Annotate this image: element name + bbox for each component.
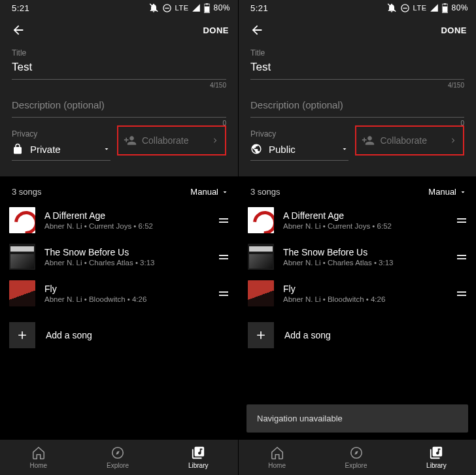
back-button[interactable] [9, 21, 27, 39]
globe-icon [250, 143, 262, 155]
svg-rect-9 [444, 3, 447, 5]
dnd-icon [148, 3, 159, 13]
nav-home-label: Home [268, 462, 286, 469]
network-label: LTE [413, 4, 427, 12]
song-title: The Snow Before Us [44, 247, 207, 259]
song-row[interactable]: The Snow Before Us Abner N. Li • Charles… [239, 238, 476, 275]
song-row[interactable]: Fly Abner N. Li • Bloodwitch • 4:26 [239, 275, 476, 312]
person-add-icon [362, 134, 375, 147]
collaborate-button[interactable]: Collaborate [355, 125, 464, 156]
add-song-button[interactable] [248, 322, 274, 348]
sort-label: Manual [428, 187, 456, 197]
drag-handle-icon[interactable] [454, 212, 469, 228]
compass-icon [110, 446, 125, 460]
add-song-label: Add a song [46, 330, 92, 340]
nav-home-label: Home [29, 462, 47, 469]
caret-down-icon [103, 145, 110, 153]
lock-icon [12, 143, 24, 155]
drag-handle-icon[interactable] [216, 212, 231, 228]
data-saver-icon [400, 3, 410, 13]
status-icons: LTE 80% [386, 3, 468, 13]
album-art [248, 207, 274, 233]
done-button[interactable]: DONE [203, 25, 229, 35]
battery-icon [442, 3, 448, 13]
song-title: Fly [283, 284, 445, 295]
bottom-nav: Home Explore Library [239, 439, 476, 475]
title-label: Title [250, 48, 464, 57]
plus-icon [16, 329, 29, 342]
sort-label: Manual [190, 187, 218, 197]
song-row[interactable]: Fly Abner N. Li • Bloodwitch • 4:26 [0, 275, 238, 312]
network-label: LTE [175, 4, 189, 12]
song-subtitle: Abner N. Li • Charles Atlas • 3:13 [44, 259, 207, 267]
song-subtitle: Abner N. Li • Current Joys • 6:52 [44, 222, 207, 230]
song-title: Fly [44, 284, 207, 295]
add-song-row[interactable]: Add a song [239, 312, 476, 353]
sort-button[interactable]: Manual [190, 187, 229, 197]
song-title: The Snow Before Us [283, 247, 445, 259]
drag-handle-icon[interactable] [454, 249, 469, 265]
nav-home[interactable]: Home [268, 446, 286, 469]
data-saver-icon [162, 3, 172, 13]
screen-right: 5:21 LTE 80% DONE Title Test 4/150 Descr… [238, 0, 476, 475]
album-art [248, 244, 274, 270]
back-button[interactable] [248, 21, 266, 39]
nav-explore-label: Explore [345, 462, 367, 469]
privacy-select[interactable]: Public [250, 140, 348, 161]
privacy-label: Privacy [250, 129, 348, 139]
add-song-row[interactable]: Add a song [0, 312, 238, 353]
collaborate-label: Collaborate [380, 135, 427, 146]
description-input[interactable]: Description (optional) [12, 95, 226, 118]
songs-section: 3 songs Manual A Different Age Abner N. … [239, 176, 476, 439]
drag-handle-icon[interactable] [216, 286, 231, 301]
privacy-value: Private [30, 144, 96, 155]
title-counter: 4/150 [250, 82, 464, 89]
arrow-left-icon [11, 23, 26, 37]
album-art [9, 280, 35, 306]
battery-label: 80% [213, 3, 230, 12]
album-art [9, 244, 35, 270]
dnd-icon [386, 3, 397, 13]
drag-handle-icon[interactable] [216, 249, 231, 265]
collaborate-button[interactable]: Collaborate [117, 125, 226, 156]
person-add-icon [124, 134, 137, 147]
description-input[interactable]: Description (optional) [250, 95, 464, 118]
song-subtitle: Abner N. Li • Charles Atlas • 3:13 [283, 259, 445, 267]
nav-explore[interactable]: Explore [345, 446, 367, 469]
done-button[interactable]: DONE [441, 25, 467, 35]
form-area: Title Test 4/150 Description (optional) … [239, 44, 476, 161]
compass-icon [349, 446, 364, 460]
songs-count: 3 songs [12, 187, 42, 197]
title-input[interactable]: Test [250, 59, 464, 80]
svg-rect-4 [205, 6, 209, 12]
plus-icon [254, 329, 267, 342]
song-row[interactable]: A Different Age Abner N. Li • Current Jo… [0, 202, 238, 238]
song-subtitle: Abner N. Li • Bloodwitch • 4:26 [283, 295, 445, 303]
signal-icon [192, 3, 201, 12]
privacy-select[interactable]: Private [12, 140, 110, 161]
form-area: Title Test 4/150 Description (optional) … [0, 44, 238, 161]
song-subtitle: Abner N. Li • Bloodwitch • 4:26 [44, 295, 207, 303]
nav-library[interactable]: Library [426, 446, 447, 469]
status-icons: LTE 80% [148, 3, 230, 13]
song-title: A Different Age [44, 210, 207, 222]
song-row[interactable]: The Snow Before Us Abner N. Li • Charles… [0, 238, 238, 275]
nav-home[interactable]: Home [29, 446, 47, 469]
song-subtitle: Abner N. Li • Current Joys • 6:52 [283, 222, 445, 230]
nav-library-label: Library [426, 462, 447, 469]
drag-handle-icon[interactable] [454, 286, 469, 301]
library-icon [191, 446, 205, 460]
add-song-button[interactable] [9, 322, 35, 348]
song-row[interactable]: A Different Age Abner N. Li • Current Jo… [239, 202, 476, 238]
title-label: Title [12, 48, 226, 57]
title-input[interactable]: Test [12, 59, 226, 80]
app-header: DONE [0, 16, 238, 44]
nav-library[interactable]: Library [188, 446, 209, 469]
home-icon [31, 446, 46, 460]
battery-icon [204, 3, 210, 13]
screen-left: 5:21 LTE 80% DONE Title Test 4/150 Descr… [0, 0, 238, 475]
chevron-right-icon [211, 136, 220, 145]
nav-explore[interactable]: Explore [107, 446, 129, 469]
svg-rect-10 [443, 6, 447, 12]
sort-button[interactable]: Manual [428, 187, 467, 197]
